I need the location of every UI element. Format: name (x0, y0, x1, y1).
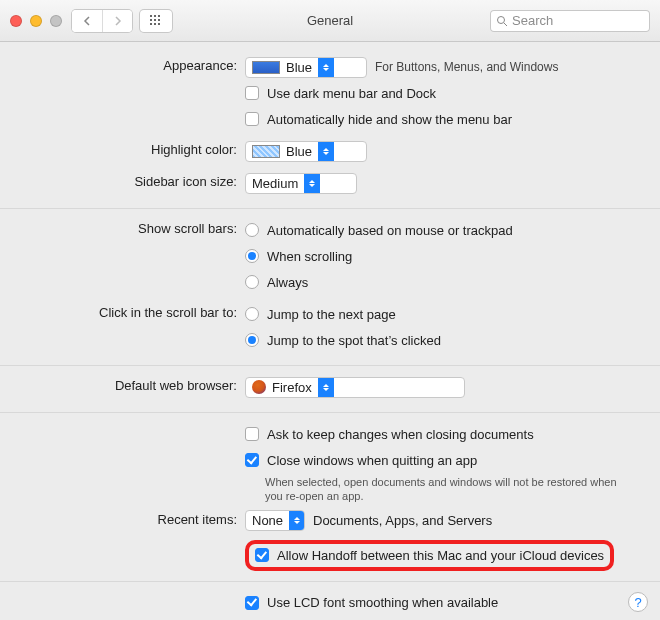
click-scroll-opt-0: Jump to the next page (267, 307, 396, 322)
nav-buttons (72, 10, 132, 32)
blue-swatch-icon (252, 61, 280, 74)
divider (0, 581, 660, 582)
divider (0, 412, 660, 413)
minimize-window-button[interactable] (30, 15, 42, 27)
general-preferences-window: General Search Appearance: Blue For Butt… (0, 0, 660, 620)
svg-line-10 (504, 23, 507, 26)
dark-menu-checkbox[interactable] (245, 86, 259, 100)
svg-rect-3 (150, 19, 152, 21)
click-scroll-label: Click in the scroll bar to: (20, 303, 245, 320)
scrollbars-opt-0: Automatically based on mouse or trackpad (267, 223, 513, 238)
divider (0, 208, 660, 209)
dropdown-arrow-icon (289, 511, 304, 530)
search-field[interactable]: Search (490, 10, 650, 32)
show-all-button[interactable] (140, 10, 172, 32)
click-scroll-radio-nextpage[interactable] (245, 307, 259, 321)
svg-rect-6 (150, 23, 152, 25)
search-placeholder: Search (512, 13, 553, 28)
firefox-icon (252, 380, 266, 394)
svg-point-9 (498, 16, 505, 23)
highlight-swatch-icon (252, 145, 280, 158)
help-button[interactable]: ? (628, 592, 648, 612)
recent-items-select[interactable]: None (245, 510, 305, 531)
recent-items-label: Recent items: (20, 510, 245, 527)
font-smoothing-checkbox[interactable] (245, 596, 259, 610)
scrollbars-radio-always[interactable] (245, 275, 259, 289)
svg-rect-4 (154, 19, 156, 21)
svg-rect-1 (154, 15, 156, 17)
sidebar-size-value: Medium (252, 176, 298, 191)
ask-changes-checkbox[interactable] (245, 427, 259, 441)
window-title: General (307, 13, 353, 28)
browser-label: Default web browser: (20, 376, 245, 393)
svg-rect-2 (158, 15, 160, 17)
highlight-label: Highlight color: (20, 140, 245, 157)
search-icon (496, 15, 508, 27)
dark-menu-label: Use dark menu bar and Dock (267, 86, 436, 101)
recent-items-suffix: Documents, Apps, and Servers (313, 513, 492, 528)
forward-button[interactable] (102, 10, 132, 32)
click-scroll-opt-1: Jump to the spot that’s clicked (267, 333, 441, 348)
appearance-hint: For Buttons, Menus, and Windows (375, 60, 558, 74)
appearance-select[interactable]: Blue (245, 57, 367, 78)
svg-rect-7 (154, 23, 156, 25)
handoff-checkbox[interactable] (255, 548, 269, 562)
svg-rect-0 (150, 15, 152, 17)
zoom-window-button[interactable] (50, 15, 62, 27)
handoff-highlight: Allow Handoff between this Mac and your … (245, 540, 614, 571)
titlebar: General Search (0, 0, 660, 42)
close-windows-checkbox[interactable] (245, 453, 259, 467)
svg-rect-5 (158, 19, 160, 21)
dropdown-arrow-icon (318, 378, 334, 397)
appearance-label: Appearance: (20, 56, 245, 73)
font-smoothing-label: Use LCD font smoothing when available (267, 595, 498, 610)
window-controls (10, 15, 62, 27)
highlight-color-select[interactable]: Blue (245, 141, 367, 162)
dropdown-arrow-icon (304, 174, 320, 193)
default-browser-select[interactable]: Firefox (245, 377, 465, 398)
appearance-value: Blue (286, 60, 312, 75)
dropdown-arrow-icon (318, 58, 334, 77)
auto-hide-menu-label: Automatically hide and show the menu bar (267, 112, 512, 127)
scrollbars-opt-1: When scrolling (267, 249, 352, 264)
scrollbars-radio-auto[interactable] (245, 223, 259, 237)
close-windows-label: Close windows when quitting an app (267, 453, 477, 468)
scrollbars-radio-scrolling[interactable] (245, 249, 259, 263)
divider (0, 365, 660, 366)
scrollbars-opt-2: Always (267, 275, 308, 290)
recent-items-value: None (252, 513, 283, 528)
ask-changes-label: Ask to keep changes when closing documen… (267, 427, 534, 442)
highlight-value: Blue (286, 144, 312, 159)
dropdown-arrow-icon (318, 142, 334, 161)
back-button[interactable] (72, 10, 102, 32)
sidebar-size-select[interactable]: Medium (245, 173, 357, 194)
scrollbars-label: Show scroll bars: (20, 219, 245, 236)
close-window-button[interactable] (10, 15, 22, 27)
sidebar-size-label: Sidebar icon size: (20, 172, 245, 189)
click-scroll-radio-spot[interactable] (245, 333, 259, 347)
handoff-label: Allow Handoff between this Mac and your … (277, 548, 604, 563)
close-windows-subtext: When selected, open documents and window… (265, 475, 625, 504)
auto-hide-menu-checkbox[interactable] (245, 112, 259, 126)
browser-value: Firefox (272, 380, 312, 395)
svg-rect-8 (158, 23, 160, 25)
